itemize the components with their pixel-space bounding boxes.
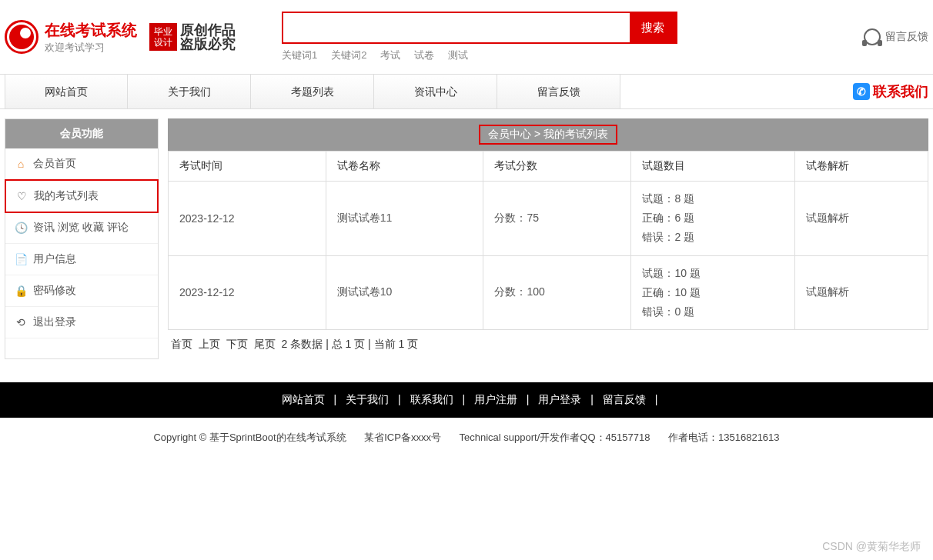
nav-news[interactable]: 资讯中心 bbox=[374, 75, 497, 108]
file-icon: 📄 bbox=[15, 253, 27, 265]
sidebar: 会员功能 ⌂ 会员首页 ♡ 我的考试列表 🕓 资讯 浏览 收藏 评论 📄 用户信… bbox=[5, 118, 159, 359]
logo-icon bbox=[5, 20, 38, 54]
sidebar-item-logout[interactable]: ⟲ 退出登录 bbox=[5, 307, 158, 338]
sidebar-item-exam-list[interactable]: ♡ 我的考试列表 bbox=[5, 179, 159, 213]
phone-icon: ✆ bbox=[853, 83, 870, 100]
page-last[interactable]: 尾页 bbox=[254, 338, 276, 350]
search-input[interactable] bbox=[283, 13, 630, 42]
footer-link[interactable]: 用户登录 bbox=[538, 393, 581, 405]
search-button[interactable]: 搜索 bbox=[630, 13, 676, 42]
footer-link[interactable]: 网站首页 bbox=[282, 393, 325, 405]
logout-icon: ⟲ bbox=[15, 316, 27, 328]
footer-info: Copyright © 基于SprintBoot的在线考试系统 某省ICP备xx… bbox=[0, 418, 933, 457]
badge-original: 原创作品盗版必究 bbox=[180, 23, 236, 51]
footer-link[interactable]: 用户注册 bbox=[474, 393, 517, 405]
content-header: 会员中心 > 我的考试列表 bbox=[168, 118, 928, 151]
breadcrumb: 会员中心 > 我的考试列表 bbox=[479, 125, 617, 145]
sidebar-item-news[interactable]: 🕓 资讯 浏览 收藏 评论 bbox=[5, 212, 158, 244]
badge-graduate: 毕业设计 bbox=[149, 23, 177, 52]
logo-area[interactable]: 在线考试系统 欢迎考试学习 毕业设计 原创作品盗版必究 bbox=[5, 20, 236, 55]
headset-icon bbox=[864, 28, 881, 45]
keyword-link[interactable]: 测试 bbox=[448, 48, 468, 62]
col-analysis: 试卷解析 bbox=[794, 152, 928, 182]
keyword-link[interactable]: 试卷 bbox=[414, 48, 434, 62]
sidebar-item-home[interactable]: ⌂ 会员首页 bbox=[5, 148, 158, 180]
table-row: 2023-12-12 测试试卷11 分数：75 试题：8 题 正确：6 题 错误… bbox=[169, 182, 928, 256]
pagination: 首页 上页 下页 尾页 2 条数据 | 总 1 页 | 当前 1 页 bbox=[168, 330, 928, 359]
nav-questions[interactable]: 考题列表 bbox=[251, 75, 374, 108]
search-keywords: 关键词1 关键词2 考试 试卷 测试 bbox=[282, 48, 677, 62]
footer-link[interactable]: 关于我们 bbox=[346, 393, 389, 405]
contact-us-link[interactable]: ✆ 联系我们 bbox=[853, 82, 928, 101]
sidebar-item-password[interactable]: 🔒 密码修改 bbox=[5, 275, 158, 307]
table-row: 2023-12-12 测试试卷10 分数：100 试题：10 题 正确：10 题… bbox=[169, 255, 928, 330]
sidebar-title: 会员功能 bbox=[5, 119, 158, 148]
col-time: 考试时间 bbox=[169, 152, 326, 182]
heart-icon: ♡ bbox=[15, 190, 28, 202]
keyword-link[interactable]: 关键词1 bbox=[282, 48, 317, 62]
col-score: 考试分数 bbox=[483, 152, 631, 182]
site-subtitle: 欢迎考试学习 bbox=[45, 41, 137, 55]
site-title: 在线考试系统 bbox=[45, 20, 137, 41]
nav-about[interactable]: 关于我们 bbox=[128, 75, 251, 108]
footer-link[interactable]: 联系我们 bbox=[410, 393, 453, 405]
home-icon: ⌂ bbox=[15, 158, 27, 170]
search-box: 搜索 bbox=[282, 12, 677, 44]
exam-table: 考试时间 试卷名称 考试分数 试题数目 试卷解析 2023-12-12 测试试卷… bbox=[168, 151, 928, 330]
footer-nav: 网站首页 | 关于我们 | 联系我们 | 用户注册 | 用户登录 | 留言反馈 … bbox=[0, 382, 933, 418]
footer-link[interactable]: 留言反馈 bbox=[603, 393, 646, 405]
analysis-link[interactable]: 试题解析 bbox=[806, 285, 849, 298]
col-count: 试题数目 bbox=[631, 152, 795, 182]
nav-feedback[interactable]: 留言反馈 bbox=[497, 75, 620, 108]
analysis-link[interactable]: 试题解析 bbox=[806, 212, 849, 224]
page-info: 2 条数据 | 总 1 页 | 当前 1 页 bbox=[282, 338, 419, 350]
keyword-link[interactable]: 关键词2 bbox=[331, 48, 366, 62]
col-name: 试卷名称 bbox=[326, 152, 483, 182]
keyword-link[interactable]: 考试 bbox=[380, 48, 400, 62]
page-prev[interactable]: 上页 bbox=[199, 338, 220, 350]
feedback-link[interactable]: 留言反馈 bbox=[864, 28, 928, 45]
lock-icon: 🔒 bbox=[15, 285, 27, 297]
nav-home[interactable]: 网站首页 bbox=[5, 75, 128, 108]
sidebar-item-userinfo[interactable]: 📄 用户信息 bbox=[5, 244, 158, 275]
page-first[interactable]: 首页 bbox=[171, 338, 192, 350]
clock-icon: 🕓 bbox=[15, 222, 27, 234]
page-next[interactable]: 下页 bbox=[226, 338, 248, 350]
